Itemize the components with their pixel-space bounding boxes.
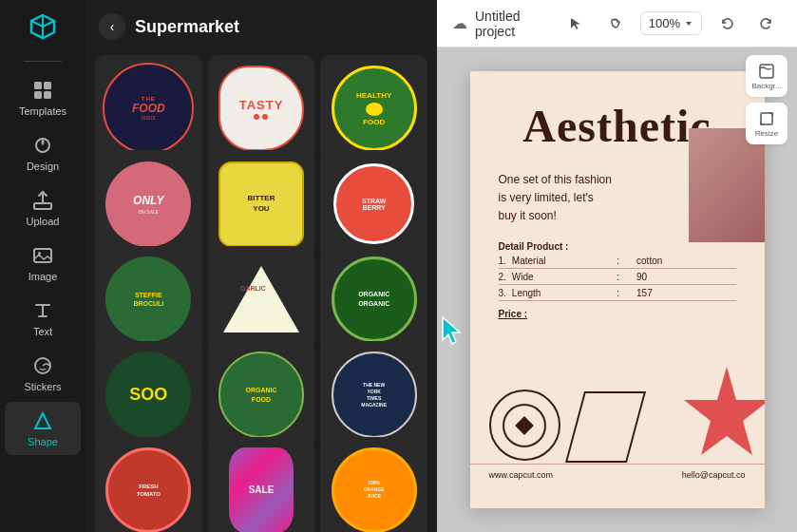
slash-decoration xyxy=(575,391,636,463)
sticker-item-10[interactable]: SOO xyxy=(95,341,202,448)
design-icon xyxy=(31,134,54,157)
topbar-right: 100% xyxy=(560,9,782,39)
sticker-item-11[interactable]: ORGANICFOOD xyxy=(208,341,315,448)
design-canvas: Aesthetic One set of this fashionis very… xyxy=(470,71,765,508)
sticker-item-3[interactable]: HEALTHY FOOD xyxy=(320,55,427,162)
detail-num-1: 1. xyxy=(499,256,506,266)
sticker-item-6[interactable]: STRAW BERRY xyxy=(320,150,427,257)
detail-row-1: 1. Material : cotton xyxy=(499,256,736,269)
star-decoration xyxy=(674,362,765,470)
photo-placeholder xyxy=(689,128,765,242)
canvas-surface: Aesthetic One set of this fashionis very… xyxy=(437,48,797,532)
sticker-item-13[interactable]: FRESHTOMATO xyxy=(95,437,202,532)
sidebar-item-text[interactable]: Text xyxy=(5,292,81,345)
upload-icon xyxy=(31,189,54,212)
sidebar: Templates Design Upload Image xyxy=(0,0,85,532)
footer-left: www.capcut.com xyxy=(489,470,554,480)
detail-val-2: 90 xyxy=(625,272,735,282)
templates-icon xyxy=(31,79,54,102)
app-logo xyxy=(26,10,60,44)
detail-sep-3: : xyxy=(617,288,619,298)
sidebar-item-templates[interactable]: Templates xyxy=(5,71,81,124)
sidebar-item-stickers[interactable]: Stickers xyxy=(5,347,81,400)
sticker-item-7[interactable]: STEFFIEBROCULI xyxy=(95,246,202,353)
detail-sep-2: : xyxy=(617,272,619,282)
topbar-left: ☁ Untitled project xyxy=(452,9,560,39)
sticker-item-5[interactable]: BITTERYOU xyxy=(208,150,315,257)
detail-key-3: Length xyxy=(512,288,611,298)
detail-row-2: 2. Wide : 90 xyxy=(499,272,736,285)
background-label: Backgr... xyxy=(751,82,781,90)
sticker-item-1[interactable]: THE FOOD ISSUE xyxy=(95,55,202,162)
shape-icon xyxy=(31,409,54,432)
sidebar-item-templates-label: Templates xyxy=(19,105,66,117)
image-icon xyxy=(31,244,54,267)
detail-key-1: Material xyxy=(512,256,611,266)
design-footer: www.capcut.com hello@capcut.co xyxy=(470,464,765,480)
footer-right: hello@capcut.co xyxy=(682,470,746,480)
sidebar-divider xyxy=(24,61,62,62)
text-icon xyxy=(31,299,54,322)
detail-val-3: 157 xyxy=(625,288,735,298)
sidebar-item-upload-label: Upload xyxy=(27,216,60,227)
sticker-item-2[interactable]: TASTY xyxy=(208,55,315,162)
panel-header: ‹ Supermarket xyxy=(85,0,437,49)
resize-label: Resize xyxy=(755,129,778,138)
sidebar-item-text-label: Text xyxy=(33,326,52,337)
detail-sep-1: : xyxy=(617,256,619,266)
cursor-tool-button[interactable] xyxy=(560,9,591,39)
detail-product-label: Detail Product : xyxy=(499,241,736,252)
sidebar-item-design[interactable]: Design xyxy=(5,126,81,180)
circle-decoration xyxy=(489,390,560,461)
sidebar-item-shape[interactable]: Shape xyxy=(5,402,81,455)
background-button[interactable]: Backgr... xyxy=(746,55,788,97)
undo-button[interactable] xyxy=(712,9,742,39)
sticker-item-15[interactable]: 100%ORANGEJUICE xyxy=(320,437,427,532)
svg-rect-3 xyxy=(44,91,51,99)
redo-button[interactable] xyxy=(751,9,782,39)
sidebar-item-image[interactable]: Image xyxy=(5,237,81,290)
svg-rect-10 xyxy=(761,113,772,124)
project-title: Untitled project xyxy=(475,9,560,39)
panel-title: Supermarket xyxy=(135,17,239,37)
detail-num-3: 3. xyxy=(499,288,506,298)
back-button[interactable]: ‹ xyxy=(99,13,125,40)
detail-val-1: cotton xyxy=(625,256,735,266)
sticker-item-12[interactable]: THE NEWYORKTIMESMAGAZINE xyxy=(320,341,427,448)
sticker-item-14[interactable]: SALE xyxy=(208,437,315,532)
zoom-level: 100% xyxy=(649,16,680,30)
svg-rect-1 xyxy=(44,82,51,89)
sticker-item-9[interactable]: ORGANICORGANIC xyxy=(320,246,427,353)
detail-key-2: Wide xyxy=(512,272,611,282)
sticker-item-4[interactable]: ONLY ON SALE xyxy=(95,150,202,257)
svg-rect-0 xyxy=(34,82,42,89)
sticker-item-8[interactable]: GARLIC xyxy=(208,246,315,353)
canvas-area: ☁ Untitled project 100% xyxy=(437,0,797,532)
svg-rect-5 xyxy=(34,203,51,209)
cloud-icon: ☁ xyxy=(452,14,467,32)
sidebar-item-image-label: Image xyxy=(28,271,58,282)
sidebar-item-stickers-label: Stickers xyxy=(24,381,61,392)
price-label: Price : xyxy=(499,309,736,319)
canvas-topbar: ☁ Untitled project 100% xyxy=(437,0,797,48)
sticker-icon xyxy=(31,354,54,377)
svg-rect-9 xyxy=(760,65,773,78)
stickers-grid: THE FOOD ISSUE TASTY HEALTHY FOOD xyxy=(85,49,437,532)
svg-marker-11 xyxy=(684,367,765,455)
sidebar-item-upload[interactable]: Upload xyxy=(5,181,81,235)
svg-rect-2 xyxy=(34,91,42,99)
sidebar-item-design-label: Design xyxy=(27,161,59,172)
detail-num-2: 2. xyxy=(499,272,506,282)
zoom-selector[interactable]: 100% xyxy=(640,11,702,35)
detail-row-3: 3. Length : 157 xyxy=(499,288,736,301)
hand-tool-button[interactable] xyxy=(600,9,631,39)
sticker-panel: ‹ Supermarket THE FOOD ISSUE TASTY HEALT… xyxy=(85,0,437,532)
design-details: Detail Product : 1. Material : cotton 2.… xyxy=(499,241,736,319)
sidebar-item-shape-label: Shape xyxy=(28,436,58,447)
resize-button[interactable]: Resize xyxy=(746,103,788,144)
svg-rect-6 xyxy=(34,249,51,262)
